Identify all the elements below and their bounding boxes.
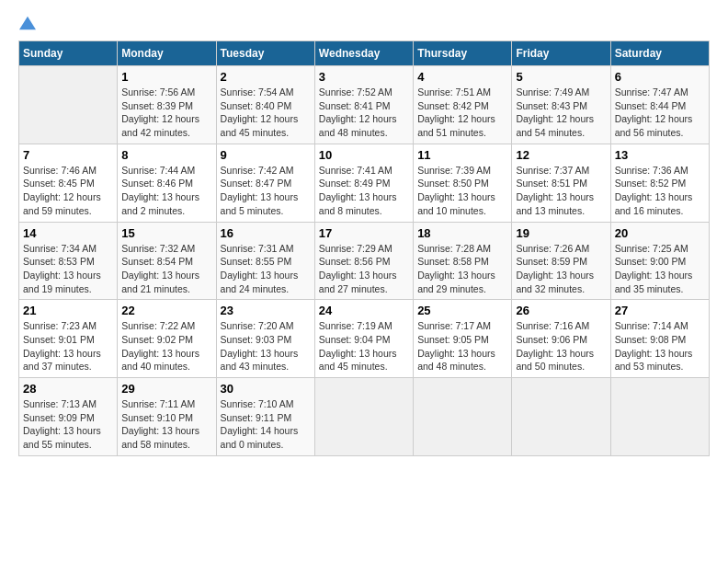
day-number: 13 xyxy=(615,148,705,162)
calendar-cell: 21Sunrise: 7:23 AMSunset: 9:01 PMDayligh… xyxy=(19,300,118,378)
day-info: Sunrise: 7:46 AMSunset: 8:45 PMDaylight:… xyxy=(23,164,113,218)
calendar-cell xyxy=(414,378,512,456)
weekday-header-sunday: Sunday xyxy=(19,41,118,66)
calendar-cell: 9Sunrise: 7:42 AMSunset: 8:47 PMDaylight… xyxy=(216,144,314,222)
calendar-cell: 6Sunrise: 7:47 AMSunset: 8:44 PMDaylight… xyxy=(610,66,709,144)
day-info: Sunrise: 7:17 AMSunset: 9:05 PMDaylight:… xyxy=(417,319,507,373)
day-number: 2 xyxy=(221,70,311,84)
day-info: Sunrise: 7:56 AMSunset: 8:39 PMDaylight:… xyxy=(121,86,211,140)
day-info: Sunrise: 7:34 AMSunset: 8:53 PMDaylight:… xyxy=(23,242,113,296)
day-number: 23 xyxy=(221,304,311,317)
weekday-header-monday: Monday xyxy=(118,41,216,66)
calendar-cell: 4Sunrise: 7:51 AMSunset: 8:42 PMDaylight… xyxy=(414,66,512,144)
weekday-header-tuesday: Tuesday xyxy=(216,41,314,66)
day-info: Sunrise: 7:47 AMSunset: 8:44 PMDaylight:… xyxy=(615,86,705,140)
day-number: 18 xyxy=(417,226,507,240)
day-number: 22 xyxy=(121,304,211,317)
header xyxy=(18,18,710,31)
day-number: 12 xyxy=(516,148,606,162)
day-number: 16 xyxy=(221,226,311,240)
day-number: 5 xyxy=(516,70,606,84)
calendar-cell: 8Sunrise: 7:44 AMSunset: 8:46 PMDaylight… xyxy=(118,144,216,222)
day-info: Sunrise: 7:39 AMSunset: 8:50 PMDaylight:… xyxy=(417,164,507,218)
calendar-cell: 13Sunrise: 7:36 AMSunset: 8:52 PMDayligh… xyxy=(610,144,709,222)
day-info: Sunrise: 7:26 AMSunset: 8:59 PMDaylight:… xyxy=(516,242,606,296)
calendar-cell: 5Sunrise: 7:49 AMSunset: 8:43 PMDaylight… xyxy=(512,66,610,144)
calendar-cell: 11Sunrise: 7:39 AMSunset: 8:50 PMDayligh… xyxy=(414,144,512,222)
day-number: 30 xyxy=(221,382,311,396)
calendar-cell xyxy=(19,66,118,144)
day-number: 1 xyxy=(121,70,211,84)
logo-triangle-icon xyxy=(19,15,36,31)
calendar-cell: 18Sunrise: 7:28 AMSunset: 8:58 PMDayligh… xyxy=(414,222,512,300)
day-info: Sunrise: 7:49 AMSunset: 8:43 PMDaylight:… xyxy=(516,86,606,140)
day-number: 15 xyxy=(121,226,211,240)
calendar-cell: 22Sunrise: 7:22 AMSunset: 9:02 PMDayligh… xyxy=(118,300,216,378)
day-number: 7 xyxy=(23,148,113,162)
day-info: Sunrise: 7:52 AMSunset: 8:41 PMDaylight:… xyxy=(319,86,409,140)
day-number: 9 xyxy=(221,148,311,162)
day-info: Sunrise: 7:41 AMSunset: 8:49 PMDaylight:… xyxy=(319,164,409,218)
day-info: Sunrise: 7:10 AMSunset: 9:11 PMDaylight:… xyxy=(221,397,311,452)
day-info: Sunrise: 7:19 AMSunset: 9:04 PMDaylight:… xyxy=(319,319,409,373)
calendar-cell: 27Sunrise: 7:14 AMSunset: 9:08 PMDayligh… xyxy=(610,300,709,378)
day-info: Sunrise: 7:23 AMSunset: 9:01 PMDaylight:… xyxy=(23,319,113,373)
calendar-table: SundayMondayTuesdayWednesdayThursdayFrid… xyxy=(18,40,710,456)
day-number: 17 xyxy=(319,226,409,240)
day-info: Sunrise: 7:25 AMSunset: 9:00 PMDaylight:… xyxy=(615,242,705,296)
day-number: 27 xyxy=(615,304,705,317)
calendar-cell xyxy=(314,378,413,456)
calendar-cell: 16Sunrise: 7:31 AMSunset: 8:55 PMDayligh… xyxy=(216,222,314,300)
day-info: Sunrise: 7:44 AMSunset: 8:46 PMDaylight:… xyxy=(121,164,211,218)
day-info: Sunrise: 7:11 AMSunset: 9:10 PMDaylight:… xyxy=(121,397,211,452)
calendar-cell: 20Sunrise: 7:25 AMSunset: 9:00 PMDayligh… xyxy=(610,222,709,300)
day-info: Sunrise: 7:28 AMSunset: 8:58 PMDaylight:… xyxy=(417,242,507,296)
day-number: 29 xyxy=(121,382,211,396)
day-info: Sunrise: 7:37 AMSunset: 8:51 PMDaylight:… xyxy=(516,164,606,218)
day-info: Sunrise: 7:13 AMSunset: 9:09 PMDaylight:… xyxy=(23,397,113,452)
day-number: 8 xyxy=(121,148,211,162)
logo xyxy=(18,18,36,31)
calendar-cell: 29Sunrise: 7:11 AMSunset: 9:10 PMDayligh… xyxy=(118,378,216,456)
calendar-cell: 10Sunrise: 7:41 AMSunset: 8:49 PMDayligh… xyxy=(314,144,413,222)
day-info: Sunrise: 7:42 AMSunset: 8:47 PMDaylight:… xyxy=(221,164,311,218)
weekday-header-thursday: Thursday xyxy=(414,41,512,66)
day-number: 3 xyxy=(319,70,409,84)
day-info: Sunrise: 7:16 AMSunset: 9:06 PMDaylight:… xyxy=(516,319,606,373)
calendar-cell: 12Sunrise: 7:37 AMSunset: 8:51 PMDayligh… xyxy=(512,144,610,222)
day-info: Sunrise: 7:32 AMSunset: 8:54 PMDaylight:… xyxy=(121,242,211,296)
calendar-cell: 26Sunrise: 7:16 AMSunset: 9:06 PMDayligh… xyxy=(512,300,610,378)
calendar-cell: 14Sunrise: 7:34 AMSunset: 8:53 PMDayligh… xyxy=(19,222,118,300)
calendar-cell: 24Sunrise: 7:19 AMSunset: 9:04 PMDayligh… xyxy=(314,300,413,378)
svg-marker-0 xyxy=(19,17,36,29)
day-number: 6 xyxy=(615,70,705,84)
calendar-cell: 7Sunrise: 7:46 AMSunset: 8:45 PMDaylight… xyxy=(19,144,118,222)
day-info: Sunrise: 7:22 AMSunset: 9:02 PMDaylight:… xyxy=(121,319,211,373)
calendar-cell: 28Sunrise: 7:13 AMSunset: 9:09 PMDayligh… xyxy=(19,378,118,456)
day-number: 4 xyxy=(417,70,507,84)
day-number: 28 xyxy=(23,382,113,396)
calendar-cell: 2Sunrise: 7:54 AMSunset: 8:40 PMDaylight… xyxy=(216,66,314,144)
day-number: 21 xyxy=(23,304,113,317)
calendar-cell: 17Sunrise: 7:29 AMSunset: 8:56 PMDayligh… xyxy=(314,222,413,300)
calendar-cell: 23Sunrise: 7:20 AMSunset: 9:03 PMDayligh… xyxy=(216,300,314,378)
calendar-cell xyxy=(610,378,709,456)
day-number: 20 xyxy=(615,226,705,240)
day-number: 26 xyxy=(516,304,606,317)
day-info: Sunrise: 7:14 AMSunset: 9:08 PMDaylight:… xyxy=(615,319,705,373)
day-info: Sunrise: 7:51 AMSunset: 8:42 PMDaylight:… xyxy=(417,86,507,140)
day-number: 24 xyxy=(319,304,409,317)
day-info: Sunrise: 7:20 AMSunset: 9:03 PMDaylight:… xyxy=(221,319,311,373)
day-number: 10 xyxy=(319,148,409,162)
day-number: 14 xyxy=(23,226,113,240)
weekday-header-wednesday: Wednesday xyxy=(314,41,413,66)
day-number: 11 xyxy=(417,148,507,162)
weekday-header-friday: Friday xyxy=(512,41,610,66)
day-info: Sunrise: 7:31 AMSunset: 8:55 PMDaylight:… xyxy=(221,242,311,296)
day-number: 19 xyxy=(516,226,606,240)
weekday-header-saturday: Saturday xyxy=(610,41,709,66)
day-number: 25 xyxy=(417,304,507,317)
day-info: Sunrise: 7:54 AMSunset: 8:40 PMDaylight:… xyxy=(221,86,311,140)
day-info: Sunrise: 7:29 AMSunset: 8:56 PMDaylight:… xyxy=(319,242,409,296)
calendar-cell: 30Sunrise: 7:10 AMSunset: 9:11 PMDayligh… xyxy=(216,378,314,456)
